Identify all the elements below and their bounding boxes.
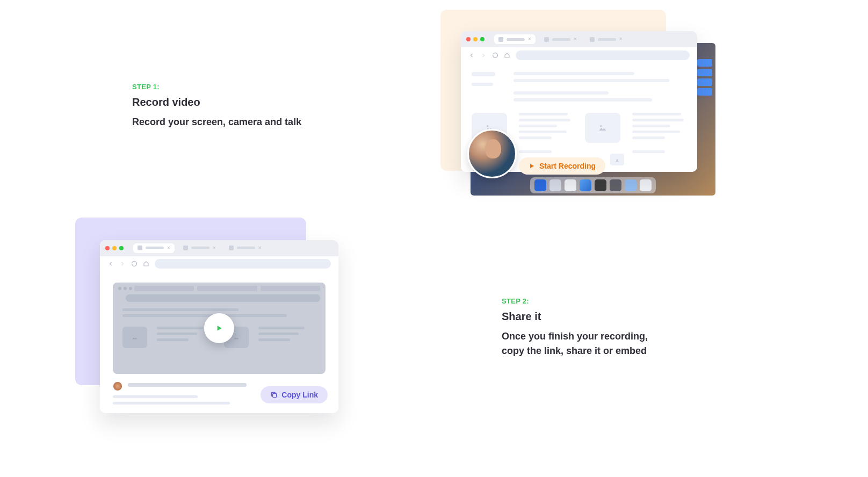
play-icon [215,324,223,333]
step1-label: STEP 1: [132,83,347,91]
svg-point-0 [487,125,488,127]
browser-tab: × [585,34,627,44]
browser-window: × × × [100,240,338,413]
browser-toolbar [461,47,697,63]
browser-tab: × [179,243,220,253]
url-bar [516,50,690,60]
webcam-bubble [467,129,517,178]
start-recording-button[interactable]: Start Recording [519,157,605,175]
svg-point-1 [600,125,602,127]
start-recording-label: Start Recording [539,162,596,170]
forward-icon [119,261,126,267]
forward-icon [480,52,487,59]
dock-app-icon [565,179,576,191]
reload-icon [492,52,498,59]
url-bar [155,259,331,269]
play-icon [529,163,535,169]
copy-link-label: Copy Link [281,391,318,399]
step2-illustration: × × × [75,218,344,422]
video-preview [113,283,326,374]
browser-tabbar: × × × [100,240,338,256]
back-icon [468,52,475,59]
step2-text-block: STEP 2: Share it Once you finish your re… [502,297,663,358]
copy-link-button[interactable]: Copy Link [261,386,328,403]
window-traffic-lights [466,37,484,41]
step1-illustration: × × × [440,10,720,203]
image-placeholder-icon [585,113,620,143]
step2-title: Share it [502,310,663,323]
svg-rect-2 [273,394,277,398]
step1-text-block: STEP 1: Record video Record your screen,… [132,83,347,129]
browser-tab: × [225,243,266,253]
browser-tab: × [133,243,175,253]
page-content: Copy Link [100,272,338,413]
step1-title: Record video [132,96,347,109]
browser-tab: × [540,34,581,44]
copy-icon [270,391,278,399]
dock-app-icon [610,179,621,191]
dock-app-icon [595,179,606,191]
play-button[interactable] [204,313,234,343]
step2-label: STEP 2: [502,297,663,305]
dock-app-icon [549,179,561,191]
dock-app-icon [534,179,546,191]
macos-dock [530,177,656,193]
browser-toolbar [100,256,338,272]
home-icon [504,52,510,59]
dock-app-icon [625,179,636,191]
step1-description: Record your screen, camera and talk [132,115,347,129]
browser-tabbar: × × × [461,31,697,47]
avatar [113,381,122,391]
window-traffic-lights [105,246,124,250]
reload-icon [131,261,138,267]
home-icon [143,261,149,267]
back-icon [107,261,114,267]
dock-app-icon [580,179,591,191]
step2-description: Once you finish your recording, copy the… [502,329,663,358]
dock-app-icon [640,179,652,191]
browser-tab: × [494,34,536,44]
image-placeholder-icon: ▲ [610,154,624,165]
